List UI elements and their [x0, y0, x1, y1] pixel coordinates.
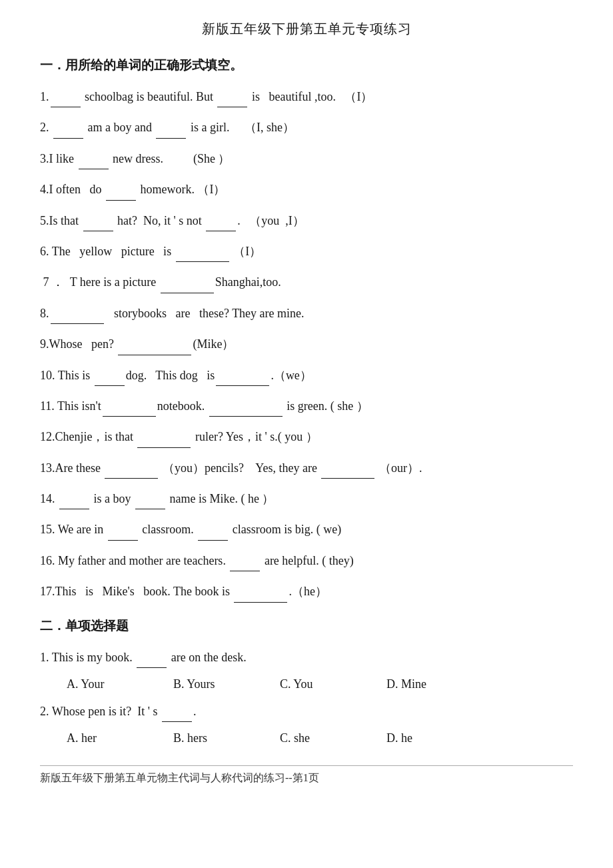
blank: [51, 107, 81, 107]
blank: [103, 416, 156, 417]
option-a: A. Your: [67, 677, 133, 691]
blank: [83, 231, 113, 231]
option-a: A. her: [67, 731, 133, 745]
question-5: 5.Is that hat? No, it ' s not . （you ,I）: [40, 210, 573, 231]
question-1: 1. schoolbag is beautiful. But is beauti…: [40, 86, 573, 107]
blank: [108, 540, 138, 541]
blank: [51, 323, 104, 324]
question-12: 12.Chenjie，is that ruler? Yes，it ' s.( y…: [40, 426, 573, 447]
mc-question-1: 1. This is my book. are on the desk.: [40, 647, 573, 668]
mc-question-2: 2. Whose pen is it? It ' s .: [40, 701, 573, 722]
blank: [156, 138, 186, 139]
question-14: 14. is a boy name is Mike. ( he ）: [40, 488, 573, 509]
section2-questions: 1. This is my book. are on the desk. A. …: [40, 647, 573, 746]
question-4: 4.I often do homework. （I）: [40, 179, 573, 200]
question-6: 6. The yellow picture is （I）: [40, 241, 573, 262]
footer: 新版五年级下册第五单元物主代词与人称代词的练习--第1页: [40, 765, 573, 785]
question-10: 10. This is dog. This dog is.（we）: [40, 365, 573, 386]
blank: [79, 169, 109, 169]
blank: [137, 667, 167, 668]
blank: [161, 293, 214, 293]
question-11: 11. This isn'tnotebook. is green. ( she …: [40, 395, 573, 417]
question-16: 16. My father and mother are teachers. a…: [40, 550, 573, 571]
option-b: B. Yours: [173, 677, 240, 691]
question-13: 13.Are these （you）pencils? Yes, they are…: [40, 457, 573, 479]
page-title: 新版五年级下册第五单元专项练习: [40, 20, 573, 38]
blank: [59, 509, 89, 509]
question-15: 15. We are in classroom. classroom is bi…: [40, 519, 573, 540]
blank: [118, 355, 191, 355]
option-d: D. Mine: [386, 677, 453, 691]
section2-title: 二．单项选择题: [40, 617, 573, 635]
mc-options-2: A. her B. hers C. she D. he: [67, 731, 573, 745]
section1-title: 一．用所给的单词的正确形式填空。: [40, 57, 573, 74]
question-9: 9.Whose pen? (Mike）: [40, 333, 573, 355]
option-c: C. she: [280, 731, 346, 745]
blank: [135, 509, 165, 509]
question-7: 7 ． T here is a picture Shanghai,too.: [40, 271, 573, 293]
blank: [53, 138, 83, 139]
question-8: 8. storybooks are these? They are mine.: [40, 303, 573, 324]
blank: [105, 478, 158, 479]
option-d: D. he: [386, 731, 453, 745]
blank: [176, 261, 229, 262]
blank: [234, 602, 287, 603]
option-c: C. You: [280, 677, 346, 691]
blank: [95, 385, 125, 386]
blank: [321, 478, 374, 479]
blank: [137, 447, 191, 448]
blank: [198, 540, 228, 541]
option-b: B. hers: [173, 731, 240, 745]
blank: [209, 416, 283, 417]
blank: [206, 231, 236, 231]
mc-options-1: A. Your B. Yours C. You D. Mine: [67, 677, 573, 691]
blank: [216, 385, 269, 386]
question-2: 2. am a boy and is a girl. （I, she）: [40, 117, 573, 138]
question-3: 3.I like new dress. (She ）: [40, 148, 573, 169]
blank: [106, 200, 136, 201]
blank: [162, 721, 192, 722]
blank: [217, 107, 247, 107]
section1-questions: 1. schoolbag is beautiful. But is beauti…: [40, 86, 573, 603]
blank: [230, 571, 260, 571]
question-17: 17.This is Mike's book. The book is .（he…: [40, 581, 573, 602]
